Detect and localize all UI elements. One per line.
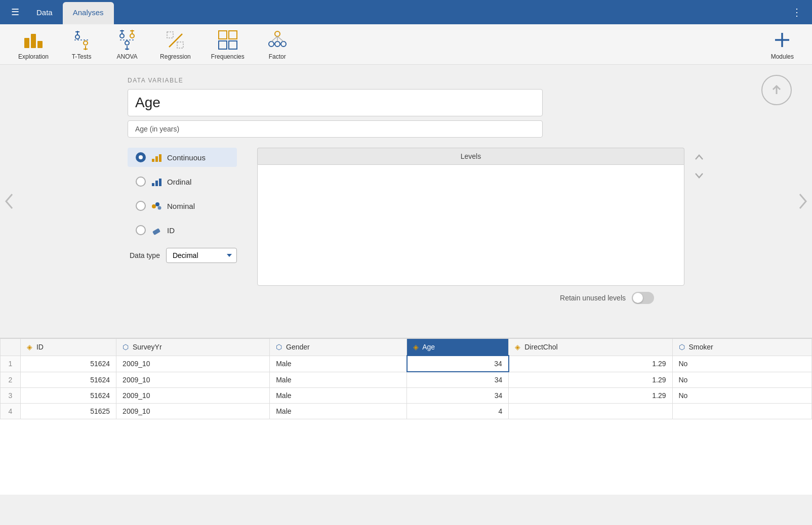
col-id[interactable]: ◈ ID bbox=[21, 339, 116, 356]
col-rownum bbox=[1, 339, 21, 356]
levels-header: Levels bbox=[257, 148, 684, 164]
anova-icon bbox=[116, 29, 138, 51]
svg-point-11 bbox=[120, 34, 124, 38]
nav-arrow-left[interactable] bbox=[0, 192, 18, 210]
continuous-icon bbox=[151, 152, 162, 163]
age-cell[interactable]: 34 bbox=[407, 356, 509, 372]
col-directchol[interactable]: ◈ DirectChol bbox=[509, 339, 672, 356]
id-cell[interactable]: 51624 bbox=[21, 388, 116, 404]
gender-cell[interactable]: Male bbox=[270, 372, 407, 388]
smoker-cell[interactable]: No bbox=[672, 388, 812, 404]
surveyyr-cell[interactable]: 2009_10 bbox=[116, 356, 270, 372]
ttests-icon bbox=[70, 29, 93, 51]
modules-button[interactable]: Modules bbox=[761, 26, 804, 63]
data-type-select[interactable]: Integer Decimal Text bbox=[166, 248, 237, 263]
ttests-label: T-Tests bbox=[72, 53, 92, 60]
levels-up-arrow[interactable] bbox=[694, 152, 705, 165]
type-option-nominal[interactable]: Nominal bbox=[128, 196, 237, 215]
variable-name-input[interactable] bbox=[128, 89, 543, 116]
type-options-list: Continuous Ordinal bbox=[128, 148, 237, 240]
factor-label: Factor bbox=[269, 53, 286, 60]
retain-label: Retain unused levels bbox=[560, 294, 626, 302]
smoker-cell[interactable] bbox=[672, 404, 812, 419]
col-surveyyr[interactable]: ⬡ SurveyYr bbox=[116, 339, 270, 356]
tab-analyses[interactable]: Analyses bbox=[63, 2, 114, 24]
smoker-cell[interactable]: No bbox=[672, 372, 812, 388]
directchol-cell[interactable]: 1.29 bbox=[509, 372, 672, 388]
levels-body bbox=[257, 164, 684, 286]
more-button[interactable]: ⋮ bbox=[786, 0, 808, 24]
id-cell[interactable]: 51624 bbox=[21, 356, 116, 372]
toolbar-item-frequencies[interactable]: Frequencies bbox=[201, 26, 255, 63]
col-gender[interactable]: ⬡ Gender bbox=[270, 339, 407, 356]
toolbar-item-exploration[interactable]: Exploration bbox=[8, 26, 59, 63]
svg-rect-0 bbox=[24, 38, 29, 48]
svg-point-45 bbox=[158, 206, 161, 210]
age-cell[interactable]: 4 bbox=[407, 404, 509, 419]
svg-rect-40 bbox=[152, 183, 154, 186]
gender-cell[interactable]: Male bbox=[270, 404, 407, 419]
svg-point-30 bbox=[281, 41, 286, 47]
toolbar-item-factor[interactable]: Factor bbox=[255, 26, 300, 63]
upload-arrow-button[interactable] bbox=[761, 75, 792, 105]
toolbar-item-ttests[interactable]: T-Tests bbox=[59, 26, 104, 63]
svg-line-33 bbox=[277, 36, 283, 41]
directchol-cell[interactable]: 1.29 bbox=[509, 388, 672, 404]
editor-area: DATA VARIABLE Continuous bbox=[0, 65, 812, 338]
col-smoker[interactable]: ⬡ Smoker bbox=[672, 339, 812, 356]
ordinal-icon bbox=[151, 176, 162, 187]
toolbar: Exploration T-Tests bbox=[0, 24, 812, 65]
radio-id bbox=[136, 225, 146, 235]
gender-cell[interactable]: Male bbox=[270, 356, 407, 372]
age-cell[interactable]: 34 bbox=[407, 388, 509, 404]
svg-line-31 bbox=[271, 36, 277, 41]
surveyyr-cell[interactable]: 2009_10 bbox=[116, 372, 270, 388]
top-bar: ☰ Data Analyses ⋮ bbox=[0, 0, 812, 24]
data-table: ◈ ID ⬡ SurveyYr ⬡ Gender ◈ Age ◈ Direc bbox=[0, 338, 812, 419]
type-option-ordinal[interactable]: Ordinal bbox=[128, 172, 237, 191]
hamburger-button[interactable]: ☰ bbox=[4, 0, 26, 24]
type-option-id[interactable]: ID bbox=[128, 221, 237, 240]
svg-rect-26 bbox=[229, 41, 237, 49]
tab-data[interactable]: Data bbox=[26, 0, 63, 24]
svg-rect-21 bbox=[177, 42, 183, 48]
col-age[interactable]: ◈ Age bbox=[407, 339, 509, 356]
svg-point-44 bbox=[155, 202, 159, 206]
nav-arrow-right[interactable] bbox=[794, 192, 812, 210]
surveyyr-cell[interactable]: 2009_10 bbox=[116, 388, 270, 404]
levels-down-arrow[interactable] bbox=[694, 170, 705, 183]
age-cell[interactable]: 34 bbox=[407, 372, 509, 388]
gender-col-icon: ⬡ bbox=[276, 343, 282, 351]
type-option-continuous[interactable]: Continuous bbox=[128, 148, 237, 167]
svg-rect-37 bbox=[152, 159, 154, 162]
type-selector: Continuous Ordinal bbox=[128, 148, 237, 263]
radio-nominal bbox=[136, 201, 146, 211]
id-cell[interactable]: 51625 bbox=[21, 404, 116, 419]
surveyyr-col-icon: ⬡ bbox=[123, 343, 129, 351]
variable-desc-input[interactable] bbox=[128, 120, 543, 138]
directchol-cell[interactable] bbox=[509, 404, 672, 419]
surveyyr-cell[interactable]: 2009_10 bbox=[116, 404, 270, 419]
id-cell[interactable]: 51624 bbox=[21, 372, 116, 388]
svg-rect-41 bbox=[155, 181, 158, 186]
toolbar-item-anova[interactable]: ANOVA bbox=[104, 26, 150, 63]
toolbar-item-regression[interactable]: Regression bbox=[150, 26, 201, 63]
gender-cell[interactable]: Male bbox=[270, 388, 407, 404]
row-num-cell: 2 bbox=[1, 372, 21, 388]
factor-icon bbox=[266, 29, 289, 51]
smoker-cell[interactable]: No bbox=[672, 356, 812, 372]
nominal-icon bbox=[151, 200, 162, 211]
svg-rect-25 bbox=[219, 41, 227, 49]
toggle-knob bbox=[633, 293, 643, 303]
data-type-row: Data type Integer Decimal Text bbox=[130, 248, 237, 263]
age-col-icon: ◈ bbox=[413, 343, 419, 351]
svg-rect-46 bbox=[152, 228, 160, 235]
retain-toggle[interactable] bbox=[632, 292, 654, 304]
section-label: DATA VARIABLE bbox=[128, 77, 684, 84]
modules-icon bbox=[771, 29, 793, 51]
type-id-label: ID bbox=[167, 226, 175, 235]
svg-rect-1 bbox=[31, 34, 36, 48]
directchol-cell[interactable]: 1.29 bbox=[509, 356, 672, 372]
type-continuous-label: Continuous bbox=[167, 153, 206, 162]
exploration-label: Exploration bbox=[18, 53, 49, 60]
